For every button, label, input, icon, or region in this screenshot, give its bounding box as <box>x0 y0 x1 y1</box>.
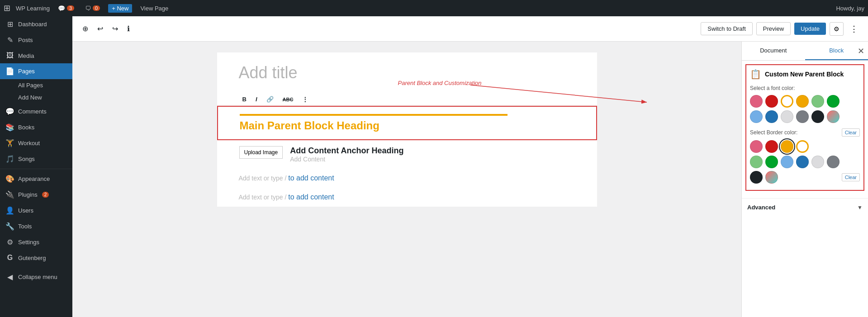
settings-button[interactable]: ⚙ <box>830 22 844 36</box>
content-block: Upload Image Add Content Anchor Heading … <box>217 140 597 169</box>
add-text-area-1[interactable]: Add text or type / to add content <box>217 169 597 188</box>
main-parent-block[interactable]: Main Parent Block Heading <box>217 106 597 140</box>
dashboard-icon: ⊞ <box>5 20 14 28</box>
songs-icon: 🎵 <box>5 155 14 163</box>
sidebar-item-songs[interactable]: 🎵 Songs <box>0 151 72 167</box>
sidebar-item-label: Appearance <box>18 175 50 182</box>
undo-button[interactable]: ↩ <box>95 22 106 36</box>
more-block-options-button[interactable]: ⋮ <box>299 93 312 105</box>
sidebar-item-gutenberg[interactable]: G Gutenberg <box>0 250 72 265</box>
collapse-icon: ◀ <box>5 273 14 281</box>
view-page-link[interactable]: View Page <box>138 5 171 12</box>
sidebar-item-plugins[interactable]: 🔌 Plugins 2 <box>0 187 72 203</box>
border-color-clear-button-2[interactable]: Clear <box>842 173 860 181</box>
font-color-green[interactable] <box>827 95 840 108</box>
border-color-clear-button[interactable]: Clear <box>842 128 860 137</box>
bold-button[interactable]: B <box>239 93 250 105</box>
sidebar-item-users[interactable]: 👤 Users <box>0 203 72 218</box>
add-content-link-1[interactable]: to add content <box>288 174 334 182</box>
border-color-light-green[interactable] <box>750 156 763 168</box>
font-color-orange-outlined[interactable] <box>781 95 793 108</box>
books-icon: 📚 <box>5 123 14 132</box>
add-text-placeholder-2: Add text or type / <box>239 194 289 201</box>
block-top-bar <box>240 114 508 116</box>
collapse-menu-button[interactable]: ◀ Collapse menu <box>0 269 72 285</box>
sidebar-item-label: Tools <box>18 223 32 230</box>
font-color-black[interactable] <box>811 110 824 123</box>
title-area[interactable]: Add title <box>217 52 597 93</box>
link-button[interactable]: 🔗 <box>263 93 277 105</box>
border-color-pink[interactable] <box>750 140 763 153</box>
sidebar-item-appearance[interactable]: 🎨 Appearance <box>0 171 72 187</box>
border-color-gray[interactable] <box>827 156 840 168</box>
switch-to-draft-button[interactable]: Switch to Draft <box>701 22 753 35</box>
font-color-red[interactable] <box>765 95 778 108</box>
strikethrough-button[interactable]: ABC <box>279 94 297 105</box>
sidebar-item-pages[interactable]: 📄 Pages <box>0 63 72 79</box>
sidebar-item-settings[interactable]: ⚙ Settings <box>0 234 72 250</box>
font-color-light-gray[interactable] <box>781 110 793 123</box>
content-anchor-heading: Add Content Anchor Heading <box>290 146 403 156</box>
border-color-orange-outlined[interactable] <box>796 140 809 153</box>
update-button[interactable]: Update <box>794 23 826 35</box>
sidebar-item-media[interactable]: 🖼 Media <box>0 48 72 63</box>
sidebar-item-posts[interactable]: ✎ Posts <box>0 32 72 48</box>
site-name[interactable]: WP Learning <box>16 5 50 12</box>
sidebar-item-label: Users <box>18 207 33 214</box>
font-color-pink[interactable] <box>750 95 763 108</box>
pages-arrow <box>69 68 72 75</box>
comments-icon: 💬 <box>5 107 14 116</box>
font-color-yellow[interactable] <box>796 95 809 108</box>
block-panel-content-box: 📋 Custom New Parent Block Select a font … <box>745 64 864 191</box>
sidebar-item-workout[interactable]: 🏋 Workout <box>0 135 72 151</box>
font-color-label: Select a font color: <box>750 85 860 91</box>
border-color-label: Select Border color: <box>750 129 797 136</box>
comment-icon: 💬 <box>58 5 65 12</box>
sidebar-item-comments[interactable]: 💬 Comments <box>0 104 72 119</box>
new-button[interactable]: + New <box>108 4 132 13</box>
add-content-placeholder[interactable]: Add Content <box>290 156 403 163</box>
font-color-light-blue[interactable] <box>750 110 763 123</box>
add-text-area-2[interactable]: Add text or type / to add content <box>217 188 597 207</box>
wp-logo-icon[interactable]: ⊞ <box>4 3 10 13</box>
annotation-label: Parent Block and Customization <box>398 80 482 86</box>
info-button[interactable]: ℹ <box>124 22 133 36</box>
add-block-button[interactable]: ⊕ <box>80 22 91 36</box>
advanced-label: Advanced <box>747 204 775 211</box>
border-color-black[interactable] <box>750 171 763 184</box>
upload-image-button[interactable]: Upload Image <box>239 146 283 159</box>
border-color-light-gray[interactable] <box>811 156 824 168</box>
border-color-light-blue[interactable] <box>781 156 793 168</box>
more-options-button[interactable]: ⋮ <box>847 22 861 36</box>
border-color-orange[interactable] <box>781 140 793 153</box>
redo-button[interactable]: ↪ <box>109 22 121 36</box>
font-color-gradient[interactable] <box>827 110 840 123</box>
advanced-header[interactable]: Advanced ▼ <box>742 199 868 216</box>
border-color-green[interactable] <box>765 156 778 168</box>
collapse-label: Collapse menu <box>18 274 57 280</box>
sidebar-item-add-new[interactable]: Add New <box>0 91 72 104</box>
italic-button[interactable]: I <box>252 93 261 105</box>
border-color-blue[interactable] <box>796 156 809 168</box>
preview-button[interactable]: Preview <box>756 22 791 35</box>
add-content-link-2[interactable]: to add content <box>288 193 334 201</box>
font-color-gray[interactable] <box>796 110 809 123</box>
right-panel: Document Block ✕ 📋 Custom New Parent Blo… <box>741 42 868 317</box>
border-color-red[interactable] <box>765 140 778 153</box>
main-block-heading[interactable]: Main Parent Block Heading <box>240 119 574 132</box>
admin-bar: ⊞ WP Learning 💬 3 🗨 0 + New View Page Ho… <box>0 0 868 16</box>
comments-link[interactable]: 💬 3 <box>55 5 77 12</box>
font-color-light-green[interactable] <box>811 95 824 108</box>
panel-close-button[interactable]: ✕ <box>858 46 864 56</box>
border-color-gradient[interactable] <box>765 171 778 184</box>
tools-icon: 🔧 <box>5 222 14 231</box>
posts-icon: ✎ <box>5 36 14 44</box>
sidebar-item-all-pages[interactable]: All Pages <box>0 79 72 91</box>
tab-document[interactable]: Document <box>742 42 805 60</box>
appearance-icon: 🎨 <box>5 175 14 183</box>
font-color-blue[interactable] <box>765 110 778 123</box>
sidebar-item-books[interactable]: 📚 Books <box>0 119 72 135</box>
speech-bubble-link[interactable]: 🗨 0 <box>82 5 103 12</box>
sidebar-item-tools[interactable]: 🔧 Tools <box>0 218 72 234</box>
sidebar-item-dashboard[interactable]: ⊞ Dashboard <box>0 16 72 32</box>
